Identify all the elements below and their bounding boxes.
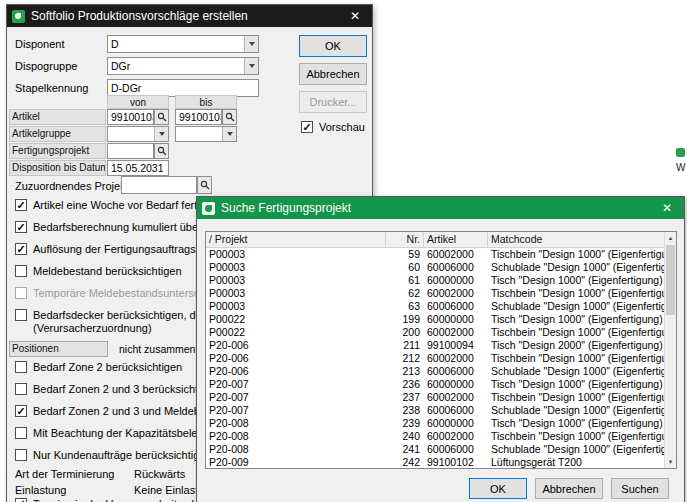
scrollbar-thumb[interactable]	[666, 245, 675, 315]
column-header-matchcode[interactable]: Matchcode	[488, 232, 676, 247]
table-row[interactable]: P20-008 239 60000000 Tisch "Design 1000"…	[206, 417, 676, 430]
cancel-button[interactable]: Abbrechen	[299, 63, 367, 85]
disponent-value: D	[111, 37, 244, 52]
softfolio-icon	[12, 10, 25, 23]
cell-artikel: 60006000	[424, 261, 488, 274]
checkbox[interactable]	[15, 309, 27, 321]
table-row[interactable]: P00003 61 60000000 Tisch "Design 1000" (…	[206, 274, 676, 287]
ok-button[interactable]: OK	[469, 478, 527, 499]
table-row[interactable]: P20-008 240 60002000 Tischbein "Design 1…	[206, 430, 676, 443]
chevron-down-icon[interactable]	[244, 58, 258, 74]
checkbox-label: Artikel eine Woche vor Bedarf fertigen	[33, 199, 218, 212]
cell-projekt: P20-009	[206, 456, 386, 469]
column-header-nr[interactable]: Nr.	[386, 232, 424, 247]
table-row[interactable]: P00003 62 60002000 Tischbein "Design 100…	[206, 287, 676, 300]
cell-nr: 213	[386, 365, 424, 378]
artikelgruppe-bis-combo[interactable]	[175, 126, 237, 142]
stapelkennung-label: Stapelkennung	[15, 81, 88, 95]
checkbox[interactable]	[15, 199, 27, 211]
column-header-artikel[interactable]: Artikel	[424, 232, 488, 247]
search-icon[interactable]	[154, 143, 169, 159]
table-row[interactable]: P20-007 237 60002000 Tischbein "Design 1…	[206, 391, 676, 404]
checkbox[interactable]	[15, 221, 27, 233]
chevron-down-icon[interactable]	[154, 127, 168, 141]
ok-button[interactable]: OK	[299, 35, 367, 57]
table-row[interactable]: P20-009 242 99100102 Lüftungsgerät T200	[206, 456, 676, 469]
fertigungsprojekt-field[interactable]	[107, 143, 154, 159]
cell-projekt: P20-007	[206, 378, 386, 391]
cell-matchcode: Schublade "Design 1000" (Eigenfertigung)	[488, 404, 676, 417]
cell-nr: 59	[386, 248, 424, 261]
cell-matchcode: Tisch "Design 1000" (Eigenfertigung)	[488, 417, 676, 430]
table-row[interactable]: P00003 63 60006000 Schublade "Design 100…	[206, 300, 676, 313]
checkbox[interactable]	[15, 243, 27, 255]
zuzuordnendes-projekt-field[interactable]	[121, 176, 197, 194]
scroll-up-icon[interactable]: ▲	[665, 232, 676, 244]
table-row[interactable]: P20-006 213 60006000 Schublade "Design 1…	[206, 365, 676, 378]
cell-matchcode: Tisch "Design 2000" (Eigenfertigung)	[488, 339, 676, 352]
dispogruppe-combo[interactable]: DGr	[107, 57, 259, 75]
checkbox-label: Mit Beachtung der Kapazitätsbelegung	[33, 427, 222, 440]
table-body: P00003 59 60002000 Tischbein "Design 100…	[206, 248, 676, 469]
search-dialog-titlebar[interactable]: Suche Fertigungsprojekt ✕	[197, 197, 684, 219]
cell-matchcode: Tisch "Design 1000" (Eigenfertigung) 1 S…	[488, 274, 676, 287]
terminierung-value[interactable]: Rückwärts	[134, 467, 185, 481]
results-table: / Projekt Nr. Artikel Matchcode P00003 5…	[205, 231, 677, 469]
close-icon[interactable]: ✕	[650, 197, 684, 219]
table-row[interactable]: P20-008 241 60006000 Schublade "Design 1…	[206, 443, 676, 456]
checkbox[interactable]	[15, 361, 27, 373]
cell-nr: 241	[386, 443, 424, 456]
table-row[interactable]: P00003 60 60006000 Schublade "Design 100…	[206, 261, 676, 274]
cell-artikel: 60000000	[424, 378, 488, 391]
artikel-von-field[interactable]: 99100103	[107, 109, 154, 125]
artikelgruppe-von-combo[interactable]	[107, 126, 169, 142]
von-header: von	[107, 95, 169, 109]
chevron-down-icon[interactable]	[244, 36, 258, 52]
checkbox[interactable]	[15, 405, 27, 417]
cancel-button[interactable]: Abbrechen	[535, 478, 603, 499]
checkbox[interactable]	[15, 498, 27, 502]
cell-nr: 238	[386, 404, 424, 417]
chevron-down-icon[interactable]	[222, 127, 236, 141]
checkbox[interactable]	[15, 449, 27, 461]
table-row[interactable]: P20-007 238 60006000 Schublade "Design 1…	[206, 404, 676, 417]
printer-button[interactable]: Drucker...	[299, 91, 367, 113]
disponent-combo[interactable]: D	[107, 35, 259, 53]
main-dialog-titlebar[interactable]: Softfolio Produktionsvorschläge erstelle…	[7, 5, 372, 27]
table-row[interactable]: P00003 59 60002000 Tischbein "Design 100…	[206, 248, 676, 261]
cell-nr: 61	[386, 274, 424, 287]
checkbox-row[interactable]: Termine in der Vergangenheit zulassen	[15, 498, 223, 502]
checkbox[interactable]	[15, 427, 27, 439]
cell-matchcode: Lüftungsgerät T200	[488, 456, 676, 469]
search-icon[interactable]	[222, 109, 237, 125]
close-icon[interactable]: ✕	[338, 5, 372, 27]
checkbox[interactable]	[301, 121, 313, 133]
table-row[interactable]: P20-007 236 60000000 Tisch "Design 1000"…	[206, 378, 676, 391]
search-icon[interactable]	[154, 109, 169, 125]
vertical-scrollbar[interactable]: ▲ ▼	[664, 232, 676, 468]
cell-projekt: P20-006	[206, 339, 386, 352]
checkbox[interactable]	[15, 287, 27, 299]
cell-projekt: P00003	[206, 287, 386, 300]
checkbox[interactable]	[15, 383, 27, 395]
sort-indicator-icon: /	[209, 233, 212, 245]
table-row[interactable]: P00022 200 60002000 Tischbein "Design 10…	[206, 326, 676, 339]
table-row[interactable]: P20-006 212 60002000 Tischbein "Design 1…	[206, 352, 676, 365]
scroll-down-icon[interactable]: ▼	[665, 456, 676, 468]
table-row[interactable]: P20-006 211 99100094 Tisch "Design 2000"…	[206, 339, 676, 352]
disposition-date-field[interactable]: 15.05.2031	[107, 160, 169, 176]
cell-artikel: 60002000	[424, 248, 488, 261]
cell-projekt: P20-008	[206, 443, 386, 456]
vorschau-checkbox-row[interactable]: Vorschau	[301, 121, 365, 134]
checkbox[interactable]	[15, 265, 27, 277]
search-button[interactable]: Suchen	[611, 478, 669, 499]
cell-projekt: P00003	[206, 248, 386, 261]
positionen-label[interactable]: Positionen	[9, 341, 108, 357]
search-icon[interactable]	[197, 176, 212, 194]
cell-artikel: 60000000	[424, 417, 488, 430]
table-row[interactable]: P00022 199 60000000 Tisch "Design 1000" …	[206, 313, 676, 326]
artikel-bis-field[interactable]: 99100103	[175, 109, 222, 125]
disponent-label: Disponent	[15, 37, 65, 51]
cell-artikel: 60006000	[424, 443, 488, 456]
column-header-projekt[interactable]: / Projekt	[206, 232, 386, 247]
